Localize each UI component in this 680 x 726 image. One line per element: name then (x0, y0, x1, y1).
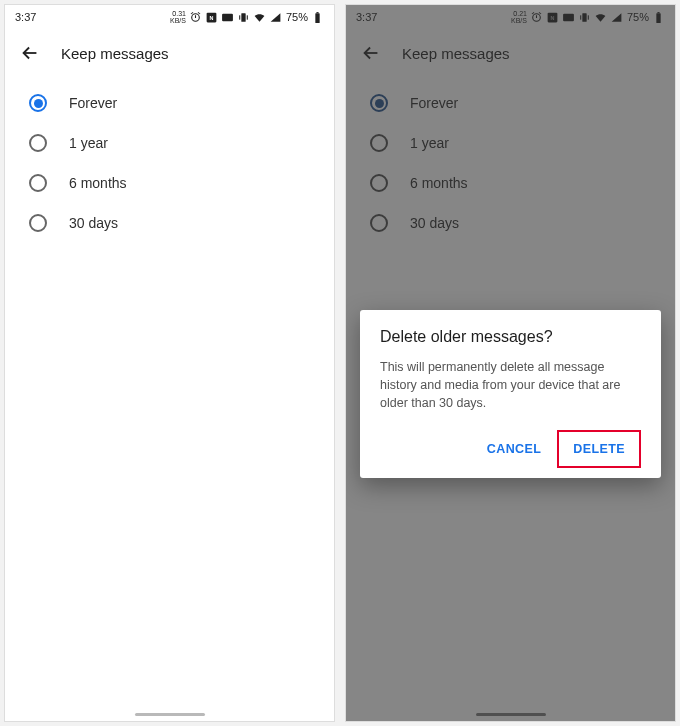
app-bar: Keep messages (5, 29, 334, 77)
dialog-actions: CANCEL DELETE (380, 430, 641, 468)
phone-right: 3:37 0.21KB/S N 75% (345, 4, 676, 722)
status-bar: 3:37 0.31KB/S N 75% (5, 5, 334, 29)
phone-left: 3:37 0.31KB/S N 75% (4, 4, 335, 722)
page-title: Keep messages (61, 45, 169, 62)
confirm-dialog: Delete older messages? This will permane… (360, 310, 661, 478)
option-forever[interactable]: Forever (5, 83, 334, 123)
radio-icon (29, 214, 47, 232)
signal-icon (269, 11, 282, 24)
svg-rect-7 (316, 12, 318, 13)
back-button[interactable] (19, 42, 41, 64)
radio-icon (29, 134, 47, 152)
option-1-year[interactable]: 1 year (5, 123, 334, 163)
wifi-icon (253, 11, 266, 24)
radio-icon (29, 174, 47, 192)
nfc-icon: N (205, 11, 218, 24)
svg-rect-5 (247, 15, 248, 19)
annotation-highlight: DELETE (557, 430, 641, 468)
battery-percent: 75% (286, 11, 308, 23)
cancel-button[interactable]: CANCEL (477, 430, 551, 468)
battery-icon (311, 11, 324, 24)
svg-text:N: N (210, 14, 214, 20)
radio-icon (29, 94, 47, 112)
options-list: Forever 1 year 6 months 30 days (5, 77, 334, 249)
badge-icon (221, 11, 234, 24)
delete-button[interactable]: DELETE (563, 434, 635, 464)
option-30-days[interactable]: 30 days (5, 203, 334, 243)
net-speed: 0.31KB/S (170, 10, 186, 24)
alarm-icon (189, 11, 202, 24)
option-6-months[interactable]: 6 months (5, 163, 334, 203)
option-label: Forever (69, 95, 117, 111)
svg-rect-3 (241, 13, 245, 22)
svg-rect-6 (315, 13, 319, 23)
option-label: 6 months (69, 175, 127, 191)
option-label: 1 year (69, 135, 108, 151)
status-time: 3:37 (15, 11, 36, 23)
status-icons: 0.31KB/S N 75% (170, 10, 324, 24)
option-label: 30 days (69, 215, 118, 231)
dialog-title: Delete older messages? (380, 328, 641, 346)
nav-indicator (135, 713, 205, 716)
dialog-body: This will permanently delete all message… (380, 358, 641, 412)
svg-rect-2 (222, 13, 233, 21)
svg-rect-4 (239, 15, 240, 19)
vibrate-icon (237, 11, 250, 24)
